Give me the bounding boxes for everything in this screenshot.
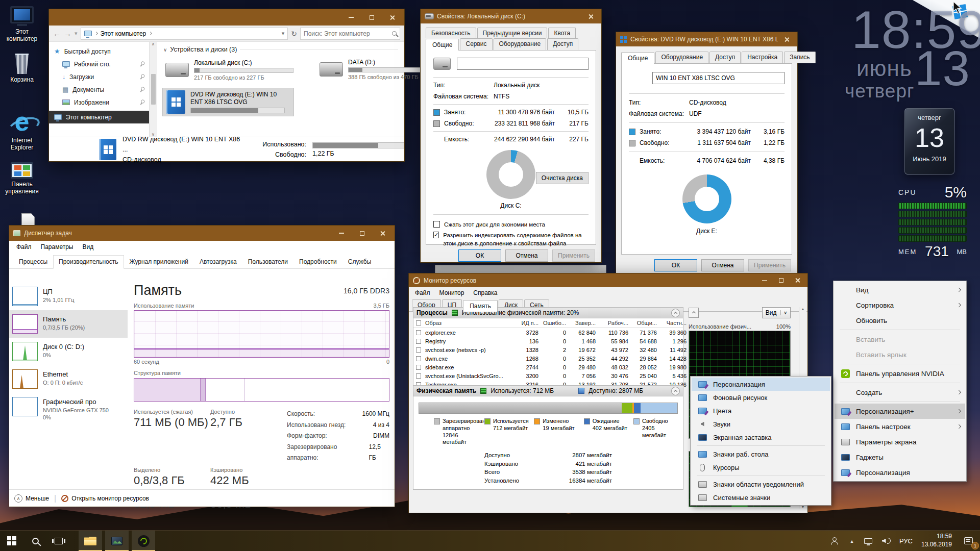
submenu-item-desktop-icons[interactable]: Значки раб. стола bbox=[692, 447, 830, 461]
tab-services[interactable]: Службы bbox=[342, 255, 377, 268]
menu-monitor[interactable]: Монитор bbox=[435, 288, 469, 298]
tray-overflow-button[interactable]: ▴ bbox=[844, 531, 860, 551]
cancel-button[interactable]: Отмена bbox=[701, 259, 744, 271]
sidebar-item-desktop[interactable]: Рабочий сто. bbox=[49, 58, 149, 70]
search-box[interactable] bbox=[300, 28, 400, 40]
start-button[interactable] bbox=[0, 531, 23, 551]
submenu-item-cursors[interactable]: Курсоры bbox=[692, 461, 830, 474]
tab-app-history[interactable]: Журнал приложений bbox=[124, 255, 194, 268]
tab-security[interactable]: Безопасность bbox=[426, 28, 476, 38]
scroll-up-icon[interactable]: ▲ bbox=[801, 307, 805, 311]
group-header[interactable]: Устройства и диски (3) bbox=[170, 46, 237, 53]
action-center-button[interactable]: 1 bbox=[957, 531, 980, 551]
minimize-button[interactable] bbox=[756, 273, 773, 287]
close-button[interactable] bbox=[778, 32, 795, 46]
perf-item-memory[interactable]: Память0,7/3,5 ГБ (20%) bbox=[9, 310, 128, 338]
menu-file[interactable]: Файл bbox=[411, 288, 434, 298]
fewer-details-button[interactable]: ∧ Меньше bbox=[14, 494, 49, 503]
calendar-gadget[interactable]: четверг 13 Июнь 2019 bbox=[904, 108, 954, 174]
submenu-item-system-icons[interactable]: Системные значки bbox=[692, 491, 830, 504]
tab-recording[interactable]: Запись bbox=[784, 52, 815, 63]
taskbar-file-explorer[interactable] bbox=[79, 531, 102, 551]
menu-item-new[interactable]: Создать bbox=[835, 385, 965, 400]
process-row[interactable]: explorer.exe 37280 62 840110 736 71 3763… bbox=[413, 328, 683, 337]
search-input[interactable] bbox=[304, 30, 392, 37]
menu-item-refresh[interactable]: Обновить bbox=[835, 313, 965, 328]
desktop-icon-recycle-bin[interactable]: Корзина bbox=[0, 54, 44, 83]
tab-memory[interactable]: Память bbox=[463, 300, 498, 312]
tray-people-button[interactable] bbox=[825, 531, 844, 551]
compress-label[interactable]: Сжать этот диск для экономии места bbox=[444, 221, 545, 228]
sidebar-item-downloads[interactable]: ↓ Загрузки bbox=[49, 70, 149, 83]
tab-users[interactable]: Пользователи bbox=[242, 255, 293, 268]
menu-item-paste-shortcut[interactable]: Вставить ярлык bbox=[835, 347, 965, 362]
menu-item-personalization[interactable]: Персонализация bbox=[835, 465, 965, 480]
submenu-item-notification-icons[interactable]: Значки области уведомлений bbox=[692, 478, 830, 491]
collapse-button[interactable] bbox=[671, 387, 680, 395]
drive-tile-c[interactable]: Локальный диск (C:) 217 ГБ свободно из 2… bbox=[165, 59, 313, 81]
maximize-button[interactable] bbox=[361, 9, 382, 26]
submenu-item-colors[interactable]: Цвета bbox=[692, 404, 830, 417]
menu-item-settings-panel[interactable]: Панель настроек bbox=[835, 419, 965, 434]
tab-sharing[interactable]: Доступ bbox=[547, 38, 578, 50]
tab-processes[interactable]: Процессы bbox=[13, 255, 53, 268]
tab-general[interactable]: Общие bbox=[426, 39, 459, 51]
index-checkbox[interactable]: ✓ bbox=[433, 232, 439, 238]
close-button[interactable] bbox=[372, 226, 393, 241]
scroll-down-icon[interactable]: ▼ bbox=[801, 505, 805, 509]
process-row[interactable]: svchost.exe (UnistackSvcGro... 32000 7 0… bbox=[413, 371, 683, 380]
open-resource-monitor-link[interactable]: Открыть монитор ресурсов bbox=[61, 495, 149, 502]
cpu-mem-gadget[interactable]: CPU 5% MEM 731 MB bbox=[898, 184, 967, 260]
volume-label-input[interactable] bbox=[457, 58, 589, 70]
tab-startup[interactable]: Автозагрузка bbox=[194, 255, 242, 268]
index-label[interactable]: Разрешить индексировать содержимое файло… bbox=[443, 232, 589, 247]
taskbar-nvidia[interactable] bbox=[132, 531, 155, 551]
row-checkbox[interactable] bbox=[416, 339, 421, 344]
menu-item-sort[interactable]: Сортировка bbox=[835, 297, 965, 313]
perf-item-gpu[interactable]: Графический проNVIDIA GeForce GTX 7500% bbox=[9, 393, 128, 424]
taskbar-app-window[interactable] bbox=[105, 531, 129, 551]
forward-icon[interactable]: → bbox=[64, 29, 71, 38]
disk-cleanup-button[interactable]: Очистка диска bbox=[536, 172, 589, 184]
taskmgr-titlebar[interactable]: Диспетчер задач bbox=[9, 226, 395, 241]
tab-details[interactable]: Подробности bbox=[293, 255, 342, 268]
sidebar-item-pictures[interactable]: Изображени bbox=[49, 96, 149, 109]
ok-button[interactable]: ОК bbox=[458, 249, 501, 262]
tray-language-button[interactable]: РУС bbox=[895, 531, 917, 551]
tab-previous-versions[interactable]: Предыдущие версии bbox=[477, 28, 548, 38]
explorer-titlebar[interactable] bbox=[49, 9, 404, 26]
select-all-checkbox[interactable] bbox=[416, 320, 421, 325]
close-button[interactable] bbox=[382, 9, 402, 26]
resmon-titlebar[interactable]: Монитор ресурсов bbox=[409, 273, 807, 287]
compress-checkbox[interactable] bbox=[433, 221, 440, 228]
row-checkbox[interactable] bbox=[416, 373, 421, 379]
sidebar-item-this-pc[interactable]: Этот компьютер bbox=[49, 111, 149, 123]
history-dropdown-icon[interactable]: ▾ bbox=[75, 30, 78, 37]
row-checkbox[interactable] bbox=[416, 347, 421, 353]
tab-customize[interactable]: Настройка bbox=[742, 52, 783, 63]
drive-tile-dvd[interactable]: DVD RW дисковод (E:) WIN 10 ENT X86 LTSC… bbox=[162, 88, 294, 116]
task-view-button[interactable] bbox=[47, 531, 70, 551]
menu-item-nvidia-control-panel[interactable]: Панель управления NVIDIA bbox=[835, 366, 965, 381]
collapse-button[interactable] bbox=[671, 309, 680, 317]
desktop-icon-internet-explorer[interactable]: e Internet Explorer bbox=[0, 110, 44, 152]
group-collapse-icon[interactable]: ∨ bbox=[163, 47, 167, 53]
maximize-button[interactable] bbox=[773, 273, 789, 287]
sidebar-item-documents[interactable]: ▤ Документы bbox=[49, 83, 149, 96]
submenu-item-sounds[interactable]: Звуки bbox=[692, 417, 830, 431]
close-button[interactable] bbox=[789, 273, 805, 287]
row-checkbox[interactable] bbox=[416, 365, 421, 370]
volume-label-input[interactable]: WIN 10 ENT X86 LTSC OVG bbox=[652, 72, 785, 84]
menu-item-paste[interactable]: Вставить bbox=[835, 332, 965, 347]
process-row[interactable]: sidebar.exe 27440 29 48048 032 28 05219 … bbox=[413, 363, 683, 371]
menu-item-gadgets[interactable]: Гаджеты bbox=[835, 449, 965, 465]
process-row[interactable]: dwm.exe 12680 25 35244 292 29 86414 428 bbox=[413, 354, 683, 363]
tab-hardware[interactable]: Оборудование bbox=[655, 52, 708, 63]
refresh-icon[interactable]: ↻ bbox=[291, 30, 297, 38]
tray-network-button[interactable] bbox=[860, 531, 877, 551]
tray-volume-button[interactable] bbox=[877, 531, 895, 551]
address-bar[interactable]: Этот компьютер ▾ bbox=[81, 28, 288, 40]
maximize-button[interactable] bbox=[352, 226, 372, 241]
tray-clock-button[interactable]: 18:59 13.06.2019 bbox=[917, 531, 957, 551]
process-row[interactable]: svchost.exe (netsvcs -p) 13282 19 67243 … bbox=[413, 345, 683, 354]
